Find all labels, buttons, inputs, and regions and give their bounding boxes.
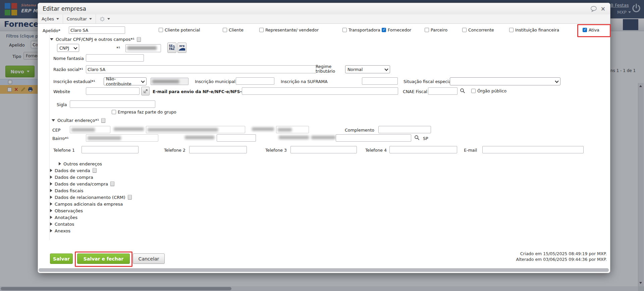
- section-label: Outros endereços: [63, 161, 102, 166]
- checkbox-box: [223, 28, 227, 32]
- checkbox-box-checked: [583, 28, 587, 32]
- section-contatos[interactable]: Contatos: [50, 221, 132, 227]
- consultar-menu-button[interactable]: Consultar: [63, 14, 96, 23]
- inscricao-municipal-input[interactable]: [236, 77, 274, 85]
- telefone4-input[interactable]: [389, 146, 457, 153]
- checkbox-instituicao-financeira[interactable]: Instituição financeira: [509, 27, 559, 32]
- acoes-menu-button[interactable]: Ações: [38, 14, 63, 23]
- checkbox-fornecedor[interactable]: Fornecedor: [382, 27, 411, 32]
- bairro-input-blurred[interactable]: [86, 134, 158, 142]
- regime-tributario-select[interactable]: Normal: [345, 65, 390, 73]
- cnae-search-icon[interactable]: [460, 88, 465, 93]
- open-website-button[interactable]: [141, 87, 150, 95]
- telefone2-input[interactable]: [189, 146, 247, 153]
- section-label: Dados de compra: [55, 175, 93, 180]
- numero-input-blurred[interactable]: [276, 126, 309, 133]
- checkbox-cliente-potencial[interactable]: Cliente potencial: [159, 27, 200, 32]
- section-dados-fiscais[interactable]: Dados fiscais: [50, 187, 132, 194]
- website-input[interactable]: [86, 87, 140, 95]
- situacao-fiscal-label: Situação fiscal especial: [404, 79, 452, 84]
- cnae-input[interactable]: [428, 87, 458, 95]
- external-link-icon: [143, 89, 148, 93]
- apelido-input[interactable]: [69, 26, 125, 34]
- brazil-flag-icon: [179, 48, 185, 51]
- checkbox-concorrente[interactable]: Concorrente: [462, 27, 494, 32]
- inscricao-estadual-num-blurred: [151, 78, 189, 85]
- telefone3-input[interactable]: [290, 146, 357, 153]
- section-label: Anotações: [55, 215, 77, 220]
- comment-bubble-icon[interactable]: [590, 6, 597, 12]
- complemento-input[interactable]: [378, 126, 431, 133]
- inscricao-estadual-select[interactable]: Não-contribuinte: [104, 77, 147, 85]
- section-outros-enderecos[interactable]: Outros endereços: [50, 160, 132, 167]
- section-observacoes[interactable]: Observações: [50, 207, 132, 214]
- checkbox-empresa-grupo[interactable]: Empresa faz parte do grupo: [112, 109, 176, 115]
- sefaz-label-1: SE: [169, 45, 172, 48]
- doc-type-select[interactable]: CNPJ: [57, 44, 79, 52]
- razao-social-label: Razão social*¹: [53, 67, 83, 72]
- salvar-button[interactable]: Salvar: [50, 253, 73, 264]
- section-dados-de-venda-compra[interactable]: Dados de venda/compra: [50, 180, 132, 187]
- regime-tributario-label: Regime tributário: [316, 64, 342, 74]
- modal-horizontal-scrollbar[interactable]: [39, 268, 609, 272]
- settings-menu-button[interactable]: [96, 14, 114, 23]
- salvar-e-fechar-button[interactable]: Salvar e fechar: [77, 253, 130, 264]
- suframa-label: Inscrição na SUFRAMA: [281, 79, 328, 84]
- gear-icon: [100, 16, 105, 22]
- razao-social-input[interactable]: [86, 65, 316, 73]
- checkbox-box: [462, 28, 467, 32]
- section-dados-de-venda[interactable]: Dados de venda: [50, 167, 132, 174]
- checkbox-box: [471, 89, 476, 93]
- section-dados-de-compra[interactable]: Dados de compra: [50, 174, 132, 180]
- checkbox-cliente[interactable]: Cliente: [223, 27, 244, 32]
- checkbox-representante-vendedor[interactable]: Representante/ vendedor: [259, 27, 319, 32]
- checkbox-ativa[interactable]: Ativa: [583, 27, 599, 32]
- section-campos-adicionais[interactable]: Campos adicionais da empresa: [50, 201, 132, 207]
- note-icon: [128, 195, 132, 200]
- checkbox-label: Fornecedor: [388, 27, 411, 32]
- chevron-down-icon: [73, 46, 77, 49]
- checkbox-label: Transportadora: [348, 27, 380, 32]
- salvar-label: Salvar: [53, 256, 70, 262]
- cancelar-button[interactable]: Cancelar: [133, 253, 165, 264]
- municipio-label-blurred: [279, 136, 309, 139]
- expand-triangle-icon: [50, 169, 52, 172]
- sefaz-lookup-button[interactable]: SE FAZ: [167, 43, 176, 53]
- section-header-endereco[interactable]: Ocultar endereço*¹: [52, 118, 105, 123]
- endereco-input-blurred[interactable]: [146, 126, 245, 133]
- chevron-down-icon: [384, 67, 388, 71]
- municipio-value-blurred: [311, 136, 335, 139]
- telefone1-input[interactable]: [82, 146, 139, 153]
- rfb-lookup-button[interactable]: RFB: [177, 43, 186, 53]
- section-anotacoes[interactable]: Anotações: [50, 214, 132, 221]
- sigla-label: Sigla: [57, 102, 67, 107]
- cep-input-blurred[interactable]: [70, 126, 110, 133]
- nome-fantasia-input[interactable]: [86, 54, 144, 62]
- situacao-fiscal-select[interactable]: [450, 77, 560, 85]
- sigla-input[interactable]: [70, 100, 155, 108]
- section-dados-relacionamento-crm[interactable]: Dados de relacionamento (CRM): [50, 194, 132, 201]
- suframa-input[interactable]: [362, 77, 398, 85]
- section-header-cpf-cnpj[interactable]: Ocultar CPF/CNPJ e outros campos*¹: [50, 37, 141, 42]
- collapse-triangle-icon: [52, 119, 55, 122]
- municipio-input[interactable]: [336, 134, 411, 142]
- checkbox-parceiro[interactable]: Parceiro: [425, 27, 447, 32]
- close-icon[interactable]: ×: [601, 5, 605, 12]
- section-anexos[interactable]: Anexos: [50, 227, 132, 234]
- expand-triangle-icon: [50, 175, 52, 179]
- chevron-down-icon: [107, 18, 110, 20]
- modal-title: Editar empresa: [43, 5, 86, 12]
- checkbox-orgao-publico[interactable]: Órgão público: [471, 88, 506, 93]
- email-nfe-input[interactable]: [242, 87, 398, 95]
- chevron-down-icon: [141, 79, 145, 83]
- caixa-postal-input[interactable]: [217, 134, 256, 142]
- checkbox-box: [112, 110, 116, 114]
- checkbox-label: Ativa: [589, 27, 599, 32]
- checkbox-box: [259, 28, 264, 32]
- checkbox-transportadora[interactable]: Transportadora: [342, 27, 380, 32]
- cnae-label: CNAE Fiscal: [403, 89, 427, 94]
- cnpj-input-blurred[interactable]: [125, 44, 161, 52]
- doc-type-value: CNPJ: [59, 46, 69, 51]
- municipio-search-icon[interactable]: [414, 135, 420, 140]
- email-input[interactable]: [482, 146, 584, 153]
